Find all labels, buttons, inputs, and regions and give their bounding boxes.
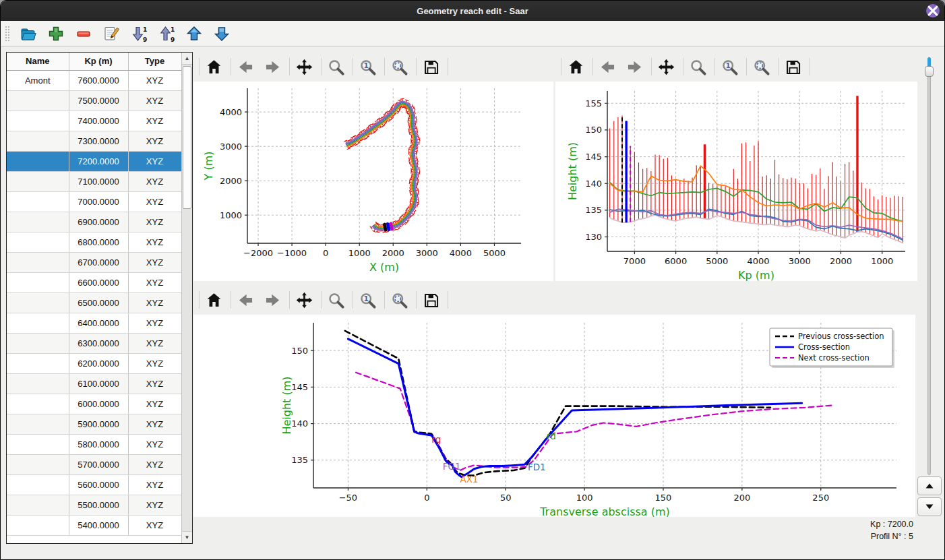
kp-cell[interactable]: 6900.0000 <box>69 212 128 232</box>
table-row[interactable]: 7500.0000XYZ <box>7 90 181 111</box>
table-row[interactable]: 6500.0000XYZ <box>7 292 181 313</box>
profile-slider[interactable] <box>925 57 934 475</box>
forward-button[interactable] <box>262 55 285 78</box>
forward-button[interactable] <box>624 55 647 78</box>
kp-cell[interactable]: 6200.0000 <box>69 353 128 373</box>
name-cell[interactable] <box>7 353 69 373</box>
name-cell[interactable] <box>7 272 69 292</box>
zoom-profile-button[interactable]: 1 <box>357 55 380 78</box>
table-row[interactable]: 7400.0000XYZ <box>7 111 181 131</box>
profile-up-button[interactable] <box>917 476 942 495</box>
kp-cell[interactable]: 7600.0000 <box>69 70 128 90</box>
kp-cell[interactable]: 6800.0000 <box>69 232 128 252</box>
zoom-profile-button[interactable]: 1 <box>719 55 742 78</box>
type-cell[interactable]: XYZ <box>128 515 181 535</box>
type-cell[interactable]: XYZ <box>128 394 181 414</box>
name-cell[interactable] <box>7 151 69 171</box>
kp-cell[interactable]: 6700.0000 <box>69 252 128 272</box>
longitudinal-plot-canvas[interactable]: 7000600050004000300020001000130135140145… <box>555 82 917 281</box>
kp-cell[interactable]: 5800.0000 <box>69 434 128 454</box>
name-cell[interactable] <box>7 474 69 495</box>
name-cell[interactable] <box>7 90 69 111</box>
type-cell[interactable]: XYZ <box>128 313 181 333</box>
kp-cell[interactable]: 5400.0000 <box>69 515 128 535</box>
type-cell[interactable]: XYZ <box>128 111 181 131</box>
back-button[interactable] <box>235 55 258 78</box>
profile-slider-handle[interactable] <box>925 66 934 77</box>
name-cell[interactable]: Amont <box>7 70 69 90</box>
table-row[interactable]: 6400.0000XYZ <box>7 313 181 333</box>
back-button[interactable] <box>235 288 258 311</box>
table-scrollbar-thumb[interactable] <box>183 66 191 209</box>
kp-cell[interactable]: 6600.0000 <box>69 272 128 292</box>
cross-section-plot-canvas[interactable]: −50050100150200250135140145150Transverse… <box>193 315 915 517</box>
kp-cell[interactable]: 7000.0000 <box>69 191 128 212</box>
save-button[interactable] <box>421 55 444 78</box>
name-cell[interactable] <box>7 171 69 191</box>
table-row[interactable]: 7000.0000XYZ <box>7 191 181 212</box>
delete-cross-section-button[interactable] <box>74 24 94 44</box>
zoom-region-button[interactable] <box>389 288 412 311</box>
name-cell[interactable] <box>7 313 69 333</box>
type-cell[interactable]: XYZ <box>128 70 181 90</box>
type-cell[interactable]: XYZ <box>128 90 181 111</box>
kp-cell[interactable]: 5500.0000 <box>69 495 128 515</box>
home-button[interactable] <box>204 55 226 78</box>
add-cross-section-button[interactable] <box>47 24 67 44</box>
home-button[interactable] <box>566 55 588 78</box>
name-cell[interactable] <box>7 495 69 515</box>
table-row[interactable]: 6600.0000XYZ <box>7 272 181 292</box>
zoom-button[interactable] <box>326 55 348 78</box>
zoom-region-button[interactable] <box>751 55 774 78</box>
table-row[interactable]: 5900.0000XYZ <box>7 414 181 434</box>
pan-button[interactable] <box>294 288 317 311</box>
move-down-button[interactable] <box>212 24 233 44</box>
type-cell[interactable]: XYZ <box>128 292 181 313</box>
kp-cell[interactable]: 7200.0000 <box>69 151 128 171</box>
zoom-profile-button[interactable]: 1 <box>357 288 380 311</box>
back-button[interactable] <box>597 55 620 78</box>
kp-cell[interactable]: 5600.0000 <box>69 474 128 495</box>
kp-cell[interactable]: 6400.0000 <box>69 313 128 333</box>
kp-cell[interactable]: 7500.0000 <box>69 90 128 111</box>
type-cell[interactable]: XYZ <box>128 454 181 474</box>
zoom-button[interactable] <box>688 55 710 78</box>
profile-down-button[interactable] <box>917 497 942 516</box>
kp-cell[interactable]: 5700.0000 <box>69 454 128 474</box>
pan-button[interactable] <box>294 55 317 78</box>
kp-cell[interactable]: 5900.0000 <box>69 414 128 434</box>
name-cell[interactable] <box>7 212 69 232</box>
table-row[interactable]: 5700.0000XYZ <box>7 454 181 474</box>
table-row[interactable]: 7200.0000XYZ <box>7 151 181 171</box>
table-row[interactable]: 6300.0000XYZ <box>7 333 181 353</box>
column-header-name[interactable]: Name <box>7 53 69 70</box>
type-cell[interactable]: XYZ <box>128 252 181 272</box>
table-scroll-down-button[interactable]: ▼ <box>182 531 192 543</box>
name-cell[interactable] <box>7 454 69 474</box>
sort-ascending-button[interactable]: 19 <box>157 24 177 44</box>
type-cell[interactable]: XYZ <box>128 191 181 212</box>
type-cell[interactable]: XYZ <box>128 414 181 434</box>
name-cell[interactable] <box>7 191 69 212</box>
zoom-button[interactable] <box>326 288 348 311</box>
name-cell[interactable] <box>7 394 69 414</box>
zoom-region-button[interactable] <box>389 55 412 78</box>
table-row[interactable]: 5800.0000XYZ <box>7 434 181 454</box>
kp-cell[interactable]: 7400.0000 <box>69 111 128 131</box>
table-scrollbar[interactable]: ▲ ▼ <box>181 53 192 543</box>
save-button[interactable] <box>783 55 805 78</box>
name-cell[interactable] <box>7 292 69 313</box>
home-button[interactable] <box>204 288 226 311</box>
name-cell[interactable] <box>7 111 69 131</box>
table-row[interactable]: 7300.0000XYZ <box>7 131 181 151</box>
type-cell[interactable]: XYZ <box>128 373 181 394</box>
type-cell[interactable]: XYZ <box>128 495 181 515</box>
edit-cross-section-button[interactable] <box>102 24 122 44</box>
type-cell[interactable]: XYZ <box>128 151 181 171</box>
table-row[interactable]: 6000.0000XYZ <box>7 394 181 414</box>
kp-cell[interactable]: 7300.0000 <box>69 131 128 151</box>
kp-cell[interactable]: 6300.0000 <box>69 333 128 353</box>
toolbar-drag-handle[interactable] <box>5 26 10 42</box>
name-cell[interactable] <box>7 515 69 535</box>
move-up-button[interactable] <box>185 24 205 44</box>
